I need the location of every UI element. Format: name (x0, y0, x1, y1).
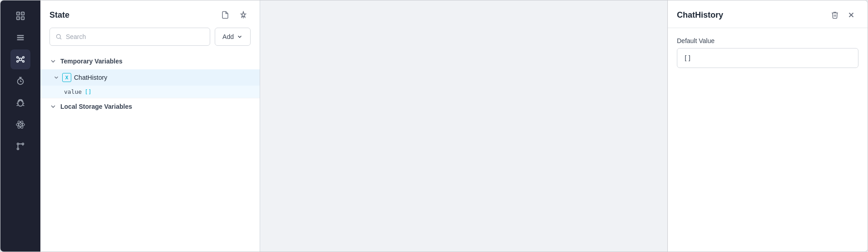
svg-line-29 (19, 100, 20, 101)
nav-icon-git[interactable] (10, 136, 30, 156)
svg-line-27 (17, 105, 18, 106)
chat-history-value-val: [] (84, 88, 92, 95)
document-icon-btn[interactable] (218, 8, 232, 22)
nav-icon-bug[interactable] (10, 93, 30, 113)
svg-point-12 (17, 57, 19, 58)
chat-history-value-row: value [] (40, 86, 260, 98)
nav-icon-react[interactable] (10, 115, 30, 135)
svg-line-17 (21, 58, 23, 58)
trash-icon (831, 11, 839, 19)
default-value-box[interactable]: [] (677, 48, 858, 68)
nav-icon-menu[interactable] (10, 28, 30, 48)
close-button[interactable] (844, 8, 858, 22)
chat-history-value-key: value (64, 88, 82, 95)
svg-point-13 (23, 57, 25, 58)
search-input[interactable] (66, 33, 204, 40)
state-panel-header-icons (218, 8, 251, 22)
state-panel: State (40, 0, 260, 252)
local-storage-chevron-icon (49, 103, 57, 110)
chevron-down-icon (237, 34, 243, 40)
variables-section: Temporary Variables X ChatHistory value … (40, 53, 260, 252)
pin-icon-btn[interactable] (236, 8, 251, 22)
chat-history-variable-item[interactable]: X ChatHistory (40, 69, 260, 86)
detail-panel-actions (828, 8, 858, 22)
local-storage-label: Local Storage Variables (60, 103, 132, 110)
canvas-area[interactable] (260, 0, 668, 252)
temporary-variables-label: Temporary Variables (60, 58, 123, 65)
svg-point-39 (56, 34, 60, 39)
chat-history-chevron-icon (53, 74, 59, 81)
nav-icon-grid[interactable] (10, 6, 30, 26)
local-storage-header[interactable]: Local Storage Variables (40, 98, 260, 115)
svg-point-37 (17, 148, 19, 150)
delete-button[interactable] (828, 8, 842, 22)
svg-point-4 (18, 14, 19, 15)
detail-panel-body: Default Value [] (668, 28, 868, 77)
svg-line-16 (18, 58, 20, 58)
default-value-label: Default Value (677, 37, 858, 44)
svg-line-18 (18, 60, 20, 61)
svg-point-5 (22, 14, 23, 15)
svg-point-6 (18, 18, 19, 19)
svg-line-40 (60, 38, 61, 39)
detail-panel-header: ChatHistory (668, 0, 868, 28)
chat-history-type-badge: X (62, 73, 71, 82)
temporary-variables-header[interactable]: Temporary Variables (40, 53, 260, 69)
svg-line-19 (21, 60, 23, 61)
svg-line-28 (23, 105, 25, 106)
chat-history-name: ChatHistory (74, 74, 107, 81)
state-panel-header: State (40, 0, 260, 28)
search-box[interactable] (49, 28, 210, 46)
svg-point-34 (20, 124, 21, 126)
search-icon (55, 33, 62, 40)
svg-point-35 (17, 143, 19, 145)
add-button[interactable]: Add (215, 28, 251, 46)
svg-point-7 (22, 18, 23, 19)
search-add-row: Add (40, 28, 260, 53)
nav-sidebar (0, 0, 40, 252)
svg-point-14 (17, 61, 19, 63)
detail-panel-title: ChatHistory (677, 10, 723, 20)
nav-icon-timer[interactable] (10, 71, 30, 91)
nav-icon-state[interactable] (10, 49, 30, 69)
detail-panel: ChatHistory (668, 0, 868, 252)
state-panel-title: State (49, 10, 69, 20)
svg-line-30 (21, 100, 22, 101)
close-icon (847, 11, 855, 19)
temp-vars-chevron-icon (49, 58, 57, 65)
svg-point-15 (23, 61, 25, 63)
